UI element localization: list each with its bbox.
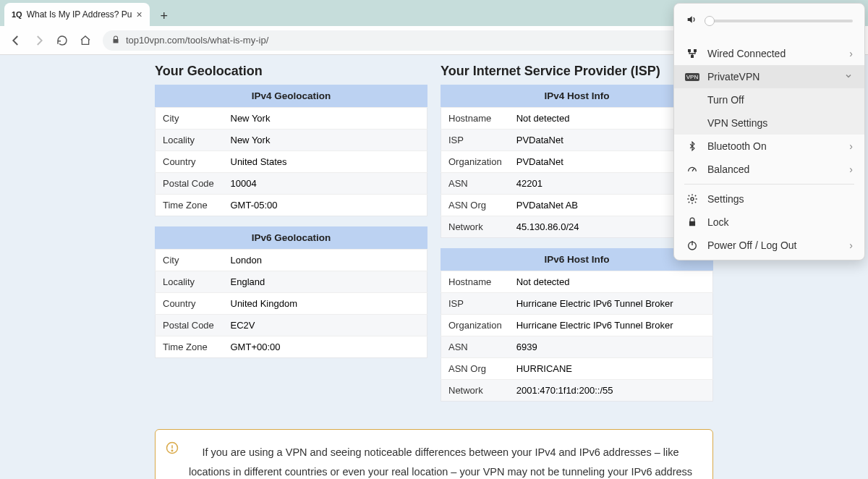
vpn-item[interactable]: VPN PrivateVPN (674, 65, 864, 88)
gear-icon (686, 193, 699, 205)
row-key: Locality (156, 130, 224, 151)
table-row: CityNew York (156, 108, 427, 130)
chevron-right-icon: › (849, 140, 853, 152)
chevron-down-icon (844, 71, 853, 82)
bluetooth-label: Bluetooth On (707, 140, 841, 152)
table-row: Network45.130.86.0/24 (441, 216, 713, 238)
table-row: ASN OrgPVDataNet AB (441, 195, 713, 216)
row-key: Organization (441, 151, 509, 173)
volume-thumb[interactable] (705, 16, 715, 26)
table-row: Postal Code10004 (156, 173, 427, 195)
power-icon (686, 240, 699, 251)
row-key: Organization (441, 315, 509, 336)
bluetooth-icon (686, 141, 699, 151)
table-row: ASN42201 (441, 173, 713, 195)
table-row: Postal CodeEC2V (156, 315, 427, 336)
row-value: New York (224, 108, 427, 130)
table-row: CityLondon (156, 250, 427, 271)
vpn-warning-banner: If you are using a VPN and seeing notice… (155, 429, 713, 479)
wired-label: Wired Connected (707, 48, 841, 59)
bluetooth-item[interactable]: Bluetooth On › (674, 135, 864, 158)
ipv4-hostinfo-table: IPv4 Host Info HostnameNot detectedISPPV… (441, 85, 713, 238)
table-row: Time ZoneGMT-05:00 (156, 195, 427, 216)
warning-icon (166, 441, 179, 461)
vpn-submenu: Turn Off VPN Settings (674, 88, 864, 135)
warning-text-prefix: If you are using a VPN and seeing notice… (189, 446, 692, 479)
row-key: Network (441, 380, 509, 402)
row-key: Hostname (441, 108, 509, 130)
vpn-turn-off-label: Turn Off (707, 94, 853, 106)
row-value: Hurricane Electric IPv6 Tunnel Broker (509, 293, 713, 315)
table-row: CountryUnited Kingdom (156, 293, 427, 315)
chevron-right-icon: › (849, 240, 853, 251)
table-row: LocalityEngland (156, 271, 427, 293)
row-key: Postal Code (156, 173, 224, 195)
volume-slider[interactable] (705, 20, 853, 22)
new-tab-button[interactable]: + (154, 6, 174, 26)
svg-point-10 (691, 198, 694, 200)
row-key: Country (156, 151, 224, 173)
ipv6-hostinfo-table: IPv6 Host Info HostnameNot detectedISPHu… (441, 248, 713, 402)
system-menu-popover: Wired Connected › VPN PrivateVPN Turn Of… (673, 3, 865, 260)
table-row: Time ZoneGMT+00:00 (156, 336, 427, 358)
lock-item[interactable]: Lock (674, 211, 864, 234)
table-row: LocalityNew York (156, 130, 427, 151)
table-row: ISPHurricane Electric IPv6 Tunnel Broker (441, 293, 713, 315)
ipv6-geolocation-table: IPv6 Geolocation CityLondonLocalityEngla… (155, 226, 427, 358)
forward-button[interactable] (29, 30, 49, 51)
reload-button[interactable] (52, 30, 72, 51)
power-label: Power Off / Log Out (707, 240, 841, 251)
power-off-item[interactable]: Power Off / Log Out › (674, 234, 864, 260)
table-row: HostnameNot detected (441, 271, 713, 293)
speaker-icon (686, 14, 697, 27)
row-key: Country (156, 293, 224, 315)
network-icon (686, 48, 699, 59)
table-caption: IPv4 Host Info (441, 85, 713, 107)
geolocation-column: Your Geolocation IPv4 Geolocation CityNe… (155, 64, 427, 412)
url-text: top10vpn.com/tools/what-is-my-ip/ (126, 35, 268, 46)
table-row: OrganizationHurricane Electric IPv6 Tunn… (441, 315, 713, 336)
row-key: ASN (441, 173, 509, 195)
table-row: Network2001:470:1f1d:200::/55 (441, 380, 713, 402)
row-key: City (156, 108, 224, 130)
vpn-turn-off[interactable]: Turn Off (674, 88, 864, 111)
row-value: EC2V (224, 315, 427, 336)
table-row: CountryUnited States (156, 151, 427, 173)
power-profile-item[interactable]: Balanced › (674, 158, 864, 181)
row-value: Hurricane Electric IPv6 Tunnel Broker (509, 315, 713, 336)
close-icon[interactable]: × (137, 9, 142, 20)
row-key: Network (441, 216, 509, 238)
row-key: ASN (441, 336, 509, 358)
browser-tab[interactable]: 1Q What Is My IP Address? Pu × (4, 3, 150, 26)
vpn-settings[interactable]: VPN Settings (674, 111, 864, 135)
geolocation-heading: Your Geolocation (155, 64, 427, 79)
row-value: GMT+00:00 (224, 336, 427, 358)
back-button[interactable] (6, 30, 26, 51)
svg-point-5 (171, 450, 173, 452)
isp-heading: Your Internet Service Provider (ISP) (441, 64, 713, 79)
row-value: 10004 (224, 173, 427, 195)
row-value: United Kingdom (224, 293, 427, 315)
lock-label: Lock (707, 216, 853, 228)
table-caption: IPv6 Geolocation (155, 226, 427, 249)
row-key: ISP (441, 293, 509, 315)
row-value: HURRICANE (509, 358, 713, 380)
lock-icon (111, 35, 120, 46)
svg-rect-7 (694, 49, 697, 52)
row-key: Locality (156, 271, 224, 293)
tab-title: What Is My IP Address? Pu (27, 9, 132, 20)
row-value: New York (224, 130, 427, 151)
tab-favicon: 1Q (12, 10, 22, 19)
row-value: United States (224, 151, 427, 173)
row-key: Time Zone (156, 195, 224, 216)
home-button[interactable] (75, 30, 95, 51)
table-row: HostnameNot detected (441, 108, 713, 130)
row-value: 2001:470:1f1d:200::/55 (509, 380, 713, 402)
svg-rect-6 (688, 49, 691, 52)
vpn-settings-label: VPN Settings (707, 117, 853, 129)
chevron-right-icon: › (849, 48, 853, 59)
settings-item[interactable]: Settings (674, 187, 864, 211)
wired-network-item[interactable]: Wired Connected › (674, 42, 864, 65)
table-row: ASN OrgHURRICANE (441, 358, 713, 380)
row-value: England (224, 271, 427, 293)
